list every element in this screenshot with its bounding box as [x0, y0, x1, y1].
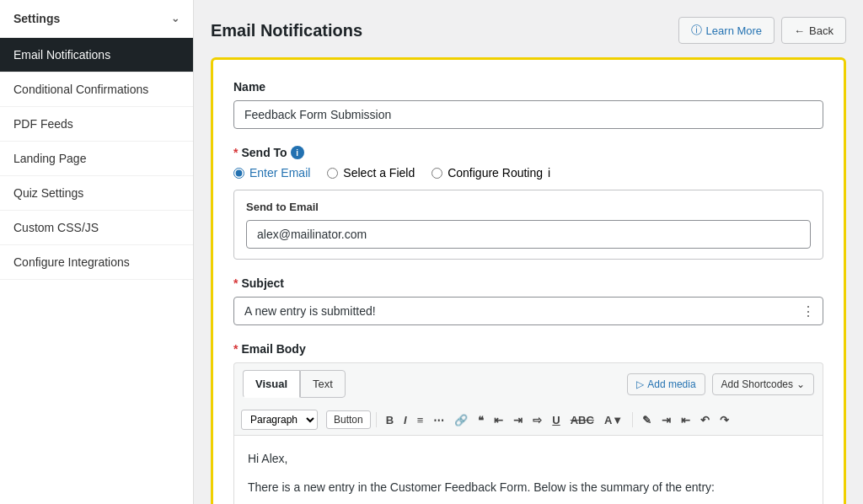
sidebar-item-quiz-settings[interactable]: Quiz Settings — [0, 176, 193, 211]
send-to-email-box: Send to Email — [233, 190, 823, 260]
outdent-button[interactable]: ⇤ — [677, 411, 694, 429]
required-marker-subject: * — [233, 276, 238, 290]
editor-content-area[interactable]: Hi Alex, There is a new entry in the Cus… — [233, 436, 823, 504]
subject-field-group: * Subject ⋮ — [233, 276, 823, 325]
add-media-icon: ▷ — [636, 378, 644, 390]
ordered-list-button[interactable]: ⋯ — [429, 411, 448, 429]
toolbar-divider-3 — [632, 412, 633, 427]
send-to-label: * Send To i — [233, 146, 823, 159]
sidebar-item-email-notifications[interactable]: Email Notifications — [0, 38, 193, 72]
send-to-email-input[interactable] — [246, 220, 811, 249]
align-left-button[interactable]: ⇤ — [490, 411, 507, 429]
subject-menu-icon[interactable]: ⋮ — [801, 303, 815, 319]
text-color-button[interactable]: A▼ — [600, 411, 627, 429]
learn-more-button[interactable]: ⓘ Learn More — [678, 17, 775, 44]
unordered-list-button[interactable]: ≡ — [413, 411, 428, 429]
subject-input[interactable] — [233, 297, 823, 325]
editor-line-1: Hi Alex, — [248, 449, 809, 468]
editor-line-2: There is a new entry in the Customer Fee… — [248, 478, 809, 496]
name-label: Name — [233, 80, 823, 94]
back-button[interactable]: ← Back — [781, 17, 846, 44]
sidebar-item-configure-integrations[interactable]: Configure Integrations — [0, 245, 193, 280]
link-button[interactable]: 🔗 — [450, 411, 472, 429]
arrow-left-icon: ← — [794, 24, 805, 37]
radio-enter-email[interactable]: Enter Email — [233, 166, 310, 180]
sidebar-item-conditional-confirmations[interactable]: Conditional Confirmations — [0, 72, 193, 107]
subject-wrapper: ⋮ — [233, 297, 823, 325]
toolbar-divider-2 — [376, 412, 377, 427]
send-to-info-icon[interactable]: i — [291, 146, 304, 159]
info-circle-icon: ⓘ — [691, 23, 702, 38]
add-shortcodes-button[interactable]: Add Shortcodes ⌄ — [712, 373, 814, 395]
tab-text[interactable]: Text — [300, 370, 346, 398]
send-to-email-sublabel: Send to Email — [246, 201, 811, 213]
align-center-button[interactable]: ⇥ — [509, 411, 527, 429]
sidebar-item-custom-css-js[interactable]: Custom CSS/JS — [0, 211, 193, 245]
sidebar: Settings ⌄ Email NotificationsConditiona… — [0, 0, 194, 504]
radio-select-field[interactable]: Select a Field — [327, 166, 415, 180]
settings-label: Settings — [13, 12, 60, 25]
email-notifications-card: Name * Send To i Enter Email Select a Fi… — [211, 57, 846, 504]
name-field-group: Name — [233, 80, 823, 129]
button-insert-btn[interactable]: Button — [326, 410, 371, 429]
blockquote-button[interactable]: ❝ — [474, 411, 488, 429]
name-input[interactable] — [233, 100, 823, 129]
undo-button[interactable]: ↶ — [696, 411, 714, 429]
redo-button[interactable]: ↷ — [716, 411, 733, 429]
email-body-label: * Email Body — [233, 342, 823, 356]
editor-actions: ▷ Add media Add Shortcodes ⌄ — [627, 373, 814, 395]
subject-label: * Subject — [233, 276, 823, 290]
header-actions: ⓘ Learn More ← Back — [678, 17, 846, 44]
italic-button[interactable]: I — [399, 411, 411, 429]
settings-header[interactable]: Settings ⌄ — [0, 0, 193, 38]
add-media-button[interactable]: ▷ Add media — [627, 373, 705, 395]
required-marker-body: * — [233, 342, 238, 356]
sidebar-item-pdf-feeds[interactable]: PDF Feeds — [0, 107, 193, 142]
page-header: Email Notifications ⓘ Learn More ← Back — [211, 17, 846, 44]
configure-routing-info-icon[interactable]: i — [548, 166, 550, 180]
paragraph-select[interactable]: Paragraph — [241, 410, 318, 430]
editor-tab-group: Visual Text — [243, 370, 346, 398]
editor-toolbar: Paragraph Button B I ≡ ⋯ 🔗 ❝ ⇤ ⇥ ⇨ U ABC… — [233, 405, 823, 436]
page-title: Email Notifications — [211, 21, 362, 40]
chevron-down-icon: ⌄ — [171, 13, 180, 24]
email-body-field-group: * Email Body Visual Text ▷ Add media Add… — [233, 342, 823, 504]
indent-button[interactable]: ⇥ — [657, 411, 675, 429]
strikethrough-button[interactable]: ABC — [566, 411, 598, 429]
tab-visual[interactable]: Visual — [243, 370, 300, 398]
send-to-field-group: * Send To i Enter Email Select a Field C… — [233, 146, 823, 260]
chevron-down-shortcodes-icon: ⌄ — [796, 378, 805, 390]
align-right-button[interactable]: ⇨ — [528, 411, 546, 429]
underline-button[interactable]: U — [548, 411, 564, 429]
edit-link-button[interactable]: ✎ — [638, 411, 656, 429]
bold-button[interactable]: B — [382, 411, 398, 429]
sidebar-item-landing-page[interactable]: Landing Page — [0, 142, 193, 176]
main-content: Email Notifications ⓘ Learn More ← Back … — [194, 0, 863, 504]
radio-configure-routing[interactable]: Configure Routing i — [432, 166, 550, 180]
send-to-radio-group: Enter Email Select a Field Configure Rou… — [233, 166, 823, 180]
required-marker: * — [233, 146, 238, 159]
